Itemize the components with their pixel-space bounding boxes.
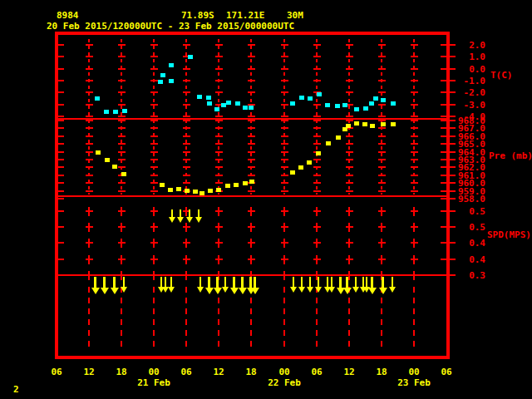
grid-cross [118, 104, 126, 106]
grid-cross [118, 143, 126, 145]
grid-cross [411, 143, 418, 145]
grid-plus-h [150, 259, 158, 260]
y-tick-left-inner [58, 127, 64, 129]
grid-plus-h [346, 226, 353, 228]
grid-cross [183, 151, 190, 153]
pressure-point [362, 122, 367, 126]
pressure-point [121, 172, 126, 176]
grid-cross [346, 143, 353, 145]
temp-point [354, 107, 359, 111]
y-tick-left-inner [58, 159, 64, 160]
grid-cross [346, 116, 353, 117]
grid-cross [378, 182, 386, 184]
speed-tick-label: 0.3 [452, 270, 485, 281]
speed-tick-label: 0.4 [452, 254, 485, 265]
arrow-shaft [301, 277, 303, 287]
temp-point [169, 79, 174, 83]
pressure-point [234, 183, 239, 187]
grid-cross [411, 44, 418, 46]
y-tick-right-inner [441, 80, 446, 81]
station-timeseries-screen: 8984 71.89S 171.21E 30M 20 Feb 2015/1200… [0, 0, 532, 399]
temp-point [235, 101, 240, 106]
arrow-shaft [331, 277, 332, 287]
grid-cross [313, 104, 321, 106]
pressure-point [185, 189, 190, 193]
grid-cross [411, 116, 418, 117]
grid-cross [150, 127, 158, 129]
speed-panel-arrow [194, 209, 204, 223]
grid-cross [215, 80, 223, 81]
speed-tick-label: 0.5 [452, 222, 485, 233]
temp-point [122, 109, 127, 113]
grid-cross [411, 190, 418, 192]
grid-cross [86, 127, 93, 129]
grid-cross [150, 68, 158, 70]
temp-tick-label: 2.0 [452, 40, 485, 51]
y-tick-left-inner [58, 120, 64, 121]
grid-cross [118, 56, 126, 57]
arrow-head [379, 288, 387, 294]
y-tick-left-inner [58, 80, 64, 81]
y-tick-right-inner [441, 91, 446, 93]
grid-cross [150, 190, 158, 192]
grid-cross [313, 182, 321, 184]
x-tick-label: 12 [339, 367, 359, 377]
temp-tick-label: 1.0 [452, 52, 485, 62]
pressure-point [249, 180, 254, 184]
temp-tick-label: -1.0 [452, 76, 485, 86]
grid-plus-h [378, 259, 386, 260]
pressure-point [168, 188, 173, 192]
temp-point [381, 98, 386, 102]
temp-point [308, 96, 313, 101]
grid-cross [411, 68, 418, 70]
grid-cross [281, 166, 288, 168]
grid-cross [215, 120, 223, 121]
grid-cross [378, 135, 386, 137]
grid-plus-h [86, 242, 93, 244]
arrow-head [315, 287, 322, 293]
grid-plus-h [118, 242, 126, 244]
chart-layer: 2.01.00.0-1.0-2.0-3.0-4.0968.0967.0966.0… [0, 0, 532, 399]
pressure-point [176, 187, 181, 191]
grid-cross [313, 190, 321, 192]
arrow-head [251, 288, 259, 294]
grid-cross [248, 116, 255, 117]
grid-cross [346, 190, 353, 192]
y-tick-right-inner [441, 159, 446, 160]
grid-cross [86, 175, 93, 176]
grid-cross [313, 44, 321, 46]
x-tick-label: 18 [111, 367, 131, 377]
y-tick-right-inner [441, 56, 446, 57]
grid-cross [378, 175, 386, 176]
grid-cross [346, 159, 353, 160]
grid-cross [248, 151, 255, 153]
grid-cross [150, 80, 158, 81]
grid-cross [281, 44, 288, 46]
grid-cross [215, 56, 223, 57]
arrow-head [168, 287, 175, 293]
temp-point [214, 107, 219, 111]
grid-cross [86, 104, 93, 106]
y-tick-right-inner [441, 226, 446, 228]
pressure-point [370, 124, 375, 128]
grid-cross [150, 182, 158, 184]
grid-plus-h [215, 210, 223, 212]
press-tick-label: 958.0 [452, 194, 485, 204]
grid-plus-h [118, 259, 126, 260]
grid-cross [118, 135, 126, 137]
x-tick-label: 00 [404, 367, 424, 377]
x-tick-label: 06 [436, 367, 456, 377]
grid-cross [86, 159, 93, 160]
speed-tick-label: 0.5 [452, 206, 485, 217]
grid-cross [248, 68, 255, 70]
grid-cross [378, 56, 386, 57]
grid-cross [215, 175, 223, 176]
grid-cross [378, 91, 386, 93]
grid-cross [313, 166, 321, 168]
y-tick-right-inner [441, 190, 446, 192]
grid-cross [248, 91, 255, 93]
grid-plus-h [313, 226, 321, 228]
y-tick-left-inner [58, 135, 64, 137]
grid-cross [150, 104, 158, 106]
grid-cross [183, 127, 190, 129]
